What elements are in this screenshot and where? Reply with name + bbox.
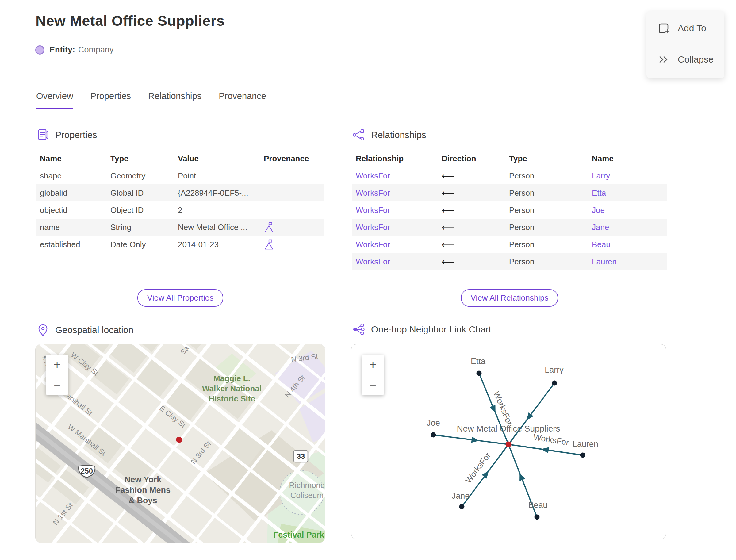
chart-edge [433, 435, 508, 444]
chart-node-label: Jane [452, 491, 470, 501]
properties-table: Name Type Value Provenance shapeGeometry… [36, 150, 324, 253]
chart-node-label: Joe [427, 418, 440, 428]
geospatial-section-header: Geospatial location [37, 323, 133, 337]
chart-node-lauren[interactable] [580, 453, 585, 458]
chart-edge-arrow [490, 405, 496, 413]
chart-node-center[interactable] [506, 442, 512, 447]
direction-arrow: ⟵ [438, 171, 505, 181]
entity-type-icon [35, 45, 44, 55]
chart-center-label: New Metal Office Suppliers [457, 424, 560, 433]
related-entity-link[interactable]: Etta [588, 188, 667, 198]
chart-node-joe[interactable] [431, 432, 436, 438]
related-entity-link[interactable]: Beau [588, 240, 667, 249]
property-value: 2014-01-23 [174, 240, 260, 249]
table-row: WorksFor⟵PersonBeau [352, 236, 667, 253]
relationship-type: Person [505, 171, 588, 181]
chart-node-jane[interactable] [459, 504, 465, 509]
chart-edge-arrow [482, 470, 489, 478]
chart-zoom-control: + − [362, 355, 384, 395]
table-row: globalidGlobal ID{A228944F-0EF5-... [36, 184, 324, 201]
link-chart-canvas[interactable]: WorksForWorksForWorksForEttaLarryJoeLaur… [351, 344, 666, 539]
relationship-type: Person [505, 205, 588, 215]
relationship-link[interactable]: WorksFor [352, 205, 438, 215]
relationship-link[interactable]: WorksFor [352, 171, 438, 181]
relationship-link[interactable]: WorksFor [352, 188, 438, 198]
linkchart-section-header: One-hop Neighbor Link Chart [352, 323, 491, 336]
svg-text:250: 250 [81, 467, 93, 475]
chart-edge-label: WorksFor [464, 451, 493, 485]
provenance-flag-icon[interactable] [264, 221, 274, 233]
chart-edge-label: WorksFor [533, 432, 570, 447]
svg-text:33: 33 [297, 452, 305, 460]
relationships-section-title: Relationships [371, 130, 426, 140]
collapse-button[interactable]: Collapse [657, 53, 724, 66]
relationships-table: Relationship Direction Type Name WorksFo… [352, 150, 667, 270]
chart-node-beau[interactable] [535, 515, 540, 520]
map-location-marker[interactable] [176, 437, 182, 443]
tab-overview[interactable]: Overview [36, 91, 73, 109]
entity-detail-page: New Metal Office Suppliers Entity: Compa… [0, 0, 736, 560]
table-row: objectidObject ID2 [36, 201, 324, 219]
related-entity-link[interactable]: Larry [588, 171, 667, 181]
link-chart-icon [352, 323, 365, 336]
map-pin-icon [37, 323, 49, 337]
view-all-relationships-button[interactable]: View All Relationships [461, 289, 558, 307]
provenance-flag-icon[interactable] [264, 238, 274, 251]
map-label: Festival Park [273, 530, 325, 539]
col-name: Name [36, 154, 107, 163]
property-type: Geometry [107, 171, 174, 181]
map-zoom-in-button[interactable]: + [46, 355, 68, 375]
add-to-button[interactable]: Add To [657, 22, 724, 34]
property-value: 2 [174, 205, 260, 215]
street-map[interactable]: 25033k RoW Clay StSaN 3rd StN 4th Starsh… [36, 344, 325, 543]
relationship-link[interactable]: WorksFor [352, 223, 438, 232]
properties-icon [36, 128, 49, 142]
collapse-label: Collapse [678, 54, 714, 65]
add-to-icon [657, 22, 670, 34]
property-name: established [36, 240, 107, 249]
chart-edge-arrow [471, 437, 479, 443]
relationship-link[interactable]: WorksFor [352, 257, 438, 267]
map-zoom-control: + − [46, 355, 68, 395]
direction-arrow: ⟵ [438, 205, 505, 216]
actions-card: Add To Collapse [646, 11, 724, 78]
col-type: Type [505, 154, 588, 163]
relationship-type: Person [505, 223, 588, 232]
entity-label: Entity: [49, 45, 75, 55]
chart-zoom-out-button[interactable]: − [362, 375, 384, 395]
col-type: Type [107, 154, 174, 163]
property-value: Point [174, 171, 260, 181]
relationship-link[interactable]: WorksFor [352, 240, 438, 249]
property-type: Global ID [107, 188, 174, 198]
map-label: New York [125, 475, 162, 484]
map-label: Maggie L. [213, 374, 250, 383]
page-title: New Metal Office Suppliers [36, 12, 224, 29]
table-row: establishedDate Only2014-01-23 [36, 236, 324, 253]
related-entity-link[interactable]: Jane [588, 223, 667, 232]
chart-edge-arrow [541, 447, 549, 453]
map-zoom-out-button[interactable]: − [46, 375, 68, 395]
tab-provenance[interactable]: Provenance [219, 91, 266, 109]
map-label: Fashion Mens [115, 485, 171, 495]
tab-relationships[interactable]: Relationships [148, 91, 201, 109]
related-entity-link[interactable]: Joe [588, 205, 667, 215]
relationship-type: Person [505, 240, 588, 249]
tab-properties[interactable]: Properties [90, 91, 131, 109]
chart-node-label: Larry [545, 365, 564, 374]
map-panel: 25033k RoW Clay StSaN 3rd StN 4th Starsh… [35, 344, 325, 543]
property-name: name [36, 223, 107, 232]
property-name: shape [36, 171, 107, 181]
related-entity-link[interactable]: Lauren [588, 257, 667, 267]
col-provenance: Provenance [260, 154, 324, 163]
chart-node-etta[interactable] [477, 371, 482, 376]
chart-node-larry[interactable] [552, 381, 557, 386]
properties-section-header: Properties [36, 128, 97, 142]
relationship-type: Person [505, 188, 588, 198]
properties-section-title: Properties [55, 130, 97, 140]
property-type: Object ID [107, 205, 174, 215]
view-all-properties-button[interactable]: View All Properties [137, 289, 223, 307]
chart-zoom-in-button[interactable]: + [362, 355, 384, 375]
link-chart-panel: WorksForWorksForWorksForEttaLarryJoeLaur… [351, 344, 666, 539]
chart-node-label: Lauren [573, 439, 598, 449]
property-provenance [260, 238, 324, 251]
